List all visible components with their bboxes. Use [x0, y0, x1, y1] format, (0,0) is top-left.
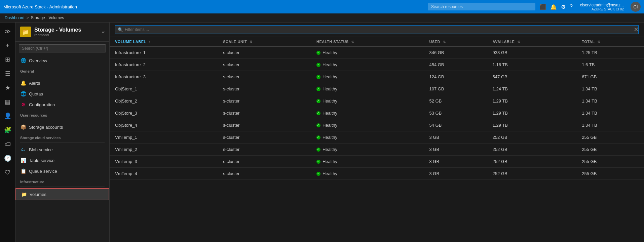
col-total[interactable]: TOTAL ⇅ — [576, 37, 644, 47]
cell-used: 52 GB — [424, 95, 487, 107]
table-row[interactable]: ObjStore_1 s-cluster ✓ Healthy 107 GB 1.… — [110, 83, 644, 95]
sidebar-item-label: Alerts — [29, 81, 40, 86]
blob-service-icon: 🗂 — [20, 147, 26, 153]
cell-volume-label: ObjStore_2 — [110, 95, 218, 107]
cell-total: 1.25 TB — [576, 47, 644, 59]
sidebar-tag-icon[interactable]: 🏷 — [2, 138, 14, 150]
sidebar-subtitle: redmond — [34, 33, 81, 37]
cell-health-status: ✓ Healthy — [311, 47, 424, 59]
cell-used: 124 GB — [424, 71, 487, 83]
sidebar-people-icon[interactable]: 👤 — [2, 110, 14, 122]
sidebar-item-table-service[interactable]: 📊 Table service — [15, 155, 109, 166]
sidebar-item-label: Blob service — [29, 147, 53, 152]
table-row[interactable]: ObjStore_4 s-cluster ✓ Healthy 54 GB 1.2… — [110, 119, 644, 131]
sidebar-dashboard-icon[interactable]: ⊞ — [2, 53, 14, 66]
table-row[interactable]: VmTemp_3 s-cluster ✓ Healthy 3 GB 252 GB… — [110, 156, 644, 168]
breadcrumb-home[interactable]: Dashboard — [5, 15, 25, 20]
cell-total: 255 GB — [576, 168, 644, 180]
cell-volume-label: VmTemp_3 — [110, 156, 218, 168]
col-volume-label[interactable]: VOLUME LABEL ↑ — [110, 37, 218, 47]
topbar-icons: ⬛ 🔔 ⚙ ? ciserviceadmin@msaz... AZURE STA… — [539, 2, 641, 12]
sidebar-item-alerts[interactable]: 🔔 Alerts — [15, 78, 109, 88]
cell-available: 1.29 TB — [487, 95, 577, 107]
user-menu[interactable]: ciserviceadmin@msaz... AZURE STACK CI 02 — [580, 3, 624, 11]
sidebar-item-label: Quotas — [29, 91, 43, 96]
cell-volume-label: VmTemp_2 — [110, 144, 218, 156]
sidebar-new-btn[interactable]: + — [2, 39, 14, 51]
cell-total: 255 GB — [576, 131, 644, 144]
divider-infrastructure — [20, 187, 105, 187]
col-used[interactable]: USED ⇅ — [424, 37, 487, 47]
cell-volume-label: ObjStore_3 — [110, 107, 218, 119]
cell-total: 671 GB — [576, 71, 644, 83]
table-row[interactable]: VmTemp_4 s-cluster ✓ Healthy 3 GB 252 GB… — [110, 168, 644, 180]
sidebar-item-blob-service[interactable]: 🗂 Blob service — [15, 144, 109, 155]
sidebar-item-overview[interactable]: 🌐 Overview — [15, 55, 109, 66]
volumes-table: VOLUME LABEL ↑ SCALE UNIT ⇅ HEALTH STATU… — [110, 37, 644, 180]
cell-scale-unit: s-cluster — [218, 83, 311, 95]
global-search-input[interactable] — [428, 3, 535, 10]
sidebar-puzzle-icon[interactable]: 🧩 — [2, 124, 14, 136]
sidebar-item-queue-service[interactable]: 📋 Queue service — [15, 166, 109, 176]
filter-search-icon: 🔍 — [118, 27, 123, 32]
sidebar-item-storage-accounts[interactable]: 📦 Storage accounts — [15, 122, 109, 132]
cell-health-status: ✓ Healthy — [311, 144, 424, 156]
sidebar-item-configuration[interactable]: ⚙ Configuration — [15, 99, 109, 110]
table-row[interactable]: Infrastructure_1 s-cluster ✓ Healthy 346… — [110, 47, 644, 59]
sidebar-collapse-btn[interactable]: « — [102, 29, 105, 35]
table-row[interactable]: VmTemp_1 s-cluster ✓ Healthy 3 GB 252 GB… — [110, 131, 644, 144]
cell-scale-unit: s-cluster — [218, 59, 311, 71]
breadcrumb-current: Storage - Volumes — [31, 15, 64, 20]
sidebar-title: Storage - Volumes — [34, 27, 81, 33]
cell-used: 3 GB — [424, 168, 487, 180]
notification-icon[interactable]: 🔔 — [550, 4, 557, 10]
divider-general — [20, 76, 105, 76]
cell-used: 454 GB — [424, 59, 487, 71]
sidebar-expand-btn[interactable]: ≫ — [2, 25, 14, 37]
cell-scale-unit: s-cluster — [218, 47, 311, 59]
table-row[interactable]: ObjStore_2 s-cluster ✓ Healthy 52 GB 1.2… — [110, 95, 644, 107]
sidebar-list-icon[interactable]: ☰ — [2, 68, 14, 80]
quotas-icon: 🌐 — [20, 91, 26, 97]
sidebar-item-volumes[interactable]: 📁 Volumes — [15, 188, 109, 200]
sidebar-item-label: Queue service — [29, 169, 57, 174]
cell-available: 252 GB — [487, 168, 577, 180]
sidebar-clock-icon[interactable]: 🕐 — [2, 152, 14, 164]
section-general: General — [15, 66, 109, 75]
cell-volume-label: Infrastructure_3 — [110, 71, 218, 83]
sidebar-favorites-icon[interactable]: ★ — [2, 82, 14, 94]
sidebar-shield-icon[interactable]: 🛡 — [2, 166, 14, 178]
help-icon[interactable]: ? — [570, 4, 573, 10]
filter-input[interactable] — [115, 25, 639, 34]
col-health-status[interactable]: HEALTH STATUS ⇅ — [311, 37, 424, 47]
col-scale-unit[interactable]: SCALE UNIT ⇅ — [218, 37, 311, 47]
health-dot-icon: ✓ — [316, 123, 320, 127]
cell-volume-label: VmTemp_1 — [110, 131, 218, 144]
nav-search-input[interactable] — [19, 44, 106, 52]
table-container: VOLUME LABEL ↑ SCALE UNIT ⇅ HEALTH STATU… — [110, 37, 644, 242]
sidebar-item-quotas[interactable]: 🌐 Quotas — [15, 88, 109, 99]
content-area: ✕ 🔍 VOLUME LABEL ↑ SCALE UNIT ⇅ — [110, 23, 644, 242]
sidebar-grid-icon[interactable]: ▦ — [2, 96, 14, 108]
health-dot-icon: ✓ — [316, 111, 320, 115]
close-button[interactable]: ✕ — [634, 26, 639, 33]
table-row[interactable]: VmTemp_2 s-cluster ✓ Healthy 3 GB 252 GB… — [110, 144, 644, 156]
settings-icon[interactable]: ⚙ — [561, 4, 566, 10]
table-row[interactable]: Infrastructure_3 s-cluster ✓ Healthy 124… — [110, 71, 644, 83]
table-row[interactable]: Infrastructure_2 s-cluster ✓ Healthy 454… — [110, 59, 644, 71]
col-available[interactable]: AVAILABLE ⇅ — [487, 37, 577, 47]
cell-health-status: ✓ Healthy — [311, 131, 424, 144]
cell-available: 1.29 TB — [487, 119, 577, 131]
cell-volume-label: Infrastructure_1 — [110, 47, 218, 59]
cell-available: 252 GB — [487, 131, 577, 144]
table-row[interactable]: ObjStore_3 s-cluster ✓ Healthy 53 GB 1.2… — [110, 107, 644, 119]
cell-volume-label: VmTemp_4 — [110, 168, 218, 180]
cell-health-status: ✓ Healthy — [311, 119, 424, 131]
health-dot-icon: ✓ — [316, 87, 320, 91]
cell-available: 1.29 TB — [487, 107, 577, 119]
health-dot-icon: ✓ — [316, 63, 320, 67]
user-avatar[interactable]: CI — [631, 2, 641, 12]
health-status-text: Healthy — [323, 62, 337, 67]
topbar: Microsoft Azure Stack - Administration ⬛… — [0, 0, 644, 13]
portal-icon[interactable]: ⬛ — [539, 4, 546, 10]
